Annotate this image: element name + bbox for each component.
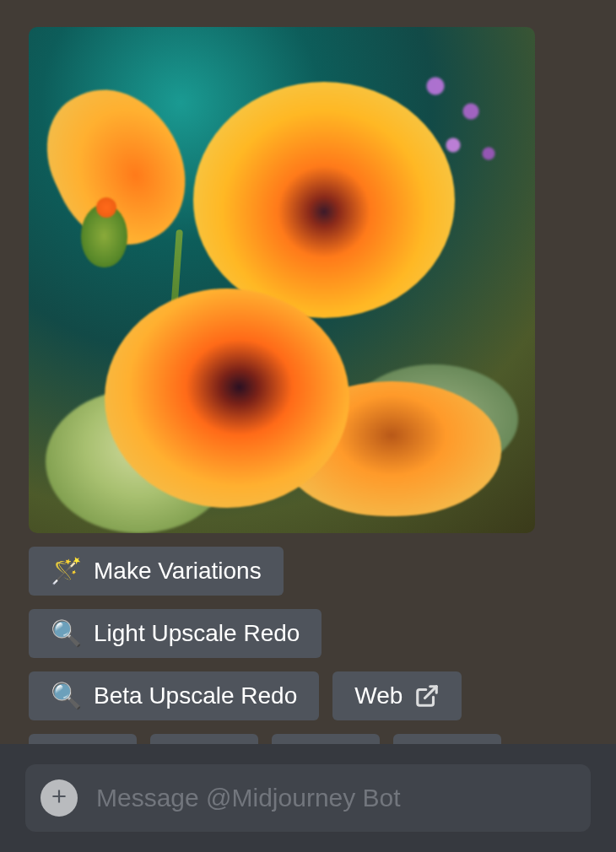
plus-icon (48, 785, 70, 811)
magnifier-icon: 🔍 (51, 683, 82, 709)
external-link-icon (414, 683, 440, 709)
button-label: Make Variations (94, 559, 262, 583)
button-label: Beta Upscale Redo (94, 684, 297, 708)
light-upscale-redo-button[interactable]: 🔍 Light Upscale Redo (29, 609, 322, 658)
action-button-row-1: 🪄 Make Variations 🔍 Light Upscale Redo (29, 547, 587, 658)
message-composer (25, 764, 591, 832)
composer-area (0, 744, 616, 852)
make-variations-button[interactable]: 🪄 Make Variations (29, 547, 284, 596)
attach-button[interactable] (41, 779, 78, 817)
generated-image[interactable] (29, 27, 535, 533)
button-label: Light Upscale Redo (94, 622, 300, 645)
poppy-flower (193, 82, 455, 318)
message: 🪄 Make Variations 🔍 Light Upscale Redo 🔍… (0, 0, 616, 786)
web-link-button[interactable]: Web (332, 671, 462, 720)
flower-bud (81, 204, 127, 267)
message-input[interactable] (96, 784, 575, 812)
button-label: Web (354, 684, 403, 708)
action-button-row-2: 🔍 Beta Upscale Redo Web (29, 671, 587, 720)
wand-icon: 🪄 (51, 558, 82, 584)
magnifier-icon: 🔍 (51, 621, 82, 646)
beta-upscale-redo-button[interactable]: 🔍 Beta Upscale Redo (29, 671, 319, 720)
poppy-flower (105, 288, 349, 508)
